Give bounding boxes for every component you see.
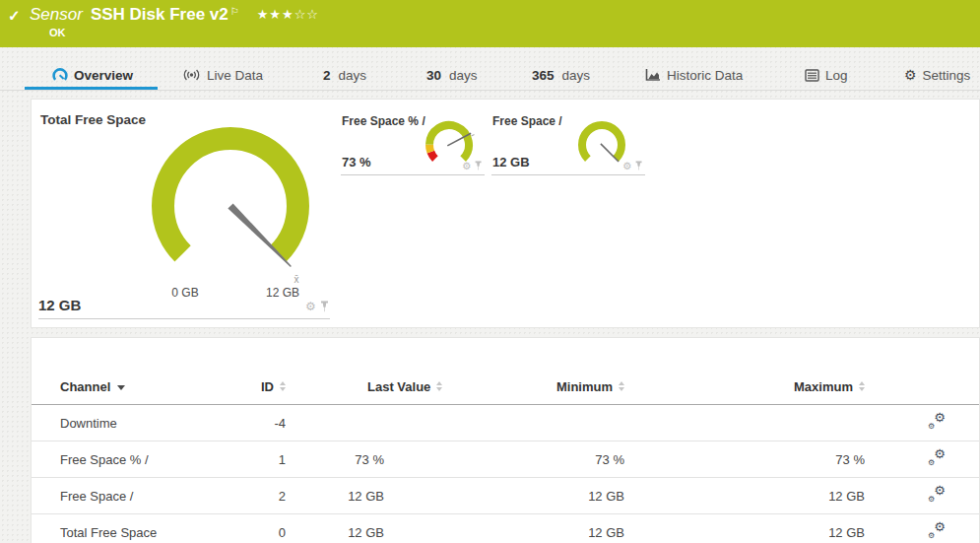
main-gauge-actions: ⚙ (305, 301, 329, 312)
prtg-sensor-page: ✓ Sensor SSH Disk Free v2 ⚐ ★★★☆☆ OK Ove… (0, 0, 980, 543)
gear-icon: ⚙ (928, 532, 935, 540)
channel-last-value: 12 GB (286, 478, 384, 514)
tab-30-days-number: 30 (426, 68, 441, 83)
pin-icon[interactable] (320, 301, 329, 312)
broadcast-icon (182, 68, 201, 82)
channel-last-value: 12 GB (286, 514, 384, 543)
channel-last-value (286, 405, 384, 441)
channel-name: Free Space / (32, 478, 227, 514)
tab-settings[interactable]: ⚙ Settings (904, 65, 970, 85)
tab-log[interactable]: Log (805, 65, 848, 85)
gauge-settings-gear-icon[interactable]: ⚙ (622, 161, 631, 170)
sort-arrows-icon (859, 381, 865, 391)
pin-icon[interactable] (475, 161, 483, 170)
channel-id: -4 (227, 405, 286, 441)
tab-365-days-label: days (562, 68, 591, 83)
gauge-settings-gear-icon[interactable]: ⚙ (462, 161, 471, 170)
channel-id: 1 (227, 441, 286, 478)
tab-365-days[interactable]: 365 days (532, 65, 590, 85)
gauge-free-space-actions: ⚙ (622, 161, 642, 170)
column-header-last-value-label: Last Value (367, 379, 430, 394)
tab-2-days[interactable]: 2 days (323, 65, 366, 85)
gauge-settings-gear-icon[interactable]: ⚙ (305, 301, 316, 312)
sensor-kind-label: Sensor (30, 5, 83, 25)
tab-live-data-label: Live Data (207, 68, 263, 83)
channel-maximum: 12 GB (624, 478, 865, 514)
priority-stars[interactable]: ★★★☆☆ (257, 7, 319, 22)
tab-live-data[interactable]: Live Data (182, 65, 263, 85)
tab-30-days[interactable]: 30 days (426, 65, 478, 85)
sensor-title: SSH Disk Free v2 (91, 5, 229, 25)
stars-filled: ★★★ (257, 7, 294, 22)
gauge-free-space-title: Free Space / (492, 114, 562, 128)
main-gauge-title: Total Free Space (40, 112, 146, 127)
table-row-total-free-space: Total Free Space 0 12 GB 12 GB 12 GB ⚙⚙ (32, 514, 979, 543)
channel-minimum (384, 405, 624, 441)
tab-settings-label: Settings (923, 68, 971, 83)
sort-arrows-icon (436, 381, 442, 391)
channels-table: Channel ID Last Value Minimum Maximum Do… (32, 367, 979, 543)
tab-overview[interactable]: Overview (52, 65, 133, 85)
channel-maximum: 12 GB (624, 514, 865, 543)
table-row-free-space: Free Space / 2 12 GB 12 GB 12 GB ⚙⚙ (32, 478, 979, 514)
gauge-free-space-value: 12 GB (492, 155, 530, 170)
tab-bar: Overview Live Data 2 days 30 days 365 da… (0, 47, 980, 91)
channels-panel: Channel ID Last Value Minimum Maximum Do… (31, 337, 980, 543)
gear-icon: ⚙ (934, 520, 946, 533)
gauge-free-space-pct-value: 73 % (342, 155, 371, 170)
gauge-divider (341, 174, 485, 175)
pin-icon[interactable] (635, 161, 643, 170)
gauge-scale-min: 0 GB (171, 286, 198, 300)
table-row-downtime: Downtime -4 ⚙⚙ (32, 405, 979, 441)
gauge-divider (38, 318, 330, 319)
channel-settings-icon[interactable]: ⚙⚙ (928, 523, 946, 538)
column-header-maximum[interactable]: Maximum (624, 367, 865, 405)
sensor-header: ✓ Sensor SSH Disk Free v2 ⚐ ★★★☆☆ OK (0, 0, 980, 47)
channel-id: 0 (227, 514, 286, 543)
tab-2-days-label: days (339, 68, 367, 83)
gear-icon: ⚙ (934, 411, 946, 424)
column-header-actions (865, 367, 979, 405)
total-free-space-gauge[interactable]: x̄ 0 GB 12 GB (142, 117, 324, 305)
channel-minimum: 73 % (384, 441, 624, 478)
channel-settings-icon[interactable]: ⚙⚙ (928, 450, 946, 465)
channel-maximum: 73 % (624, 441, 865, 478)
gauge-divider (491, 174, 645, 175)
table-header-row: Channel ID Last Value Minimum Maximum (32, 367, 979, 405)
column-header-channel[interactable]: Channel (32, 367, 227, 405)
column-header-id[interactable]: ID (227, 367, 286, 405)
sensor-title-line: Sensor SSH Disk Free v2 ⚐ ★★★☆☆ (30, 5, 319, 25)
status-ok-check-icon: ✓ (8, 7, 21, 25)
gear-icon: ⚙ (904, 68, 917, 82)
flag-icon[interactable]: ⚐ (230, 6, 239, 17)
sensor-status-badge: OK (49, 27, 66, 38)
free-space-gauge[interactable] (574, 119, 629, 174)
column-header-last-value[interactable]: Last Value (286, 367, 384, 405)
gauge-free-space-pct-title: Free Space % / (342, 114, 425, 128)
gauges-panel: Total Free Space x̄ 0 GB 12 GB 12 GB ⚙ F… (31, 99, 980, 328)
gear-icon: ⚙ (928, 496, 935, 504)
channel-name: Free Space % / (32, 441, 227, 478)
channel-id: 2 (227, 478, 286, 514)
tab-overview-label: Overview (74, 68, 133, 83)
log-list-icon (805, 69, 819, 82)
tab-bar-divider (0, 90, 980, 91)
sort-arrows-icon (280, 381, 286, 391)
gear-icon: ⚙ (934, 447, 946, 460)
stars-empty: ☆☆ (294, 7, 319, 22)
channel-settings-icon[interactable]: ⚙⚙ (928, 487, 946, 502)
gear-icon: ⚙ (934, 484, 946, 497)
tab-log-label: Log (825, 68, 848, 83)
channel-settings-icon[interactable]: ⚙⚙ (928, 414, 946, 429)
gauge-free-space-pct-actions: ⚙ (462, 161, 482, 170)
channel-name: Downtime (32, 405, 227, 441)
average-marker: x̄ (294, 274, 299, 285)
channel-minimum: 12 GB (384, 514, 624, 543)
column-header-minimum-label: Minimum (556, 379, 613, 394)
gauge-icon (52, 67, 68, 83)
gauge-scale-max: 12 GB (266, 286, 299, 300)
tab-365-days-number: 365 (532, 68, 555, 83)
channel-name: Total Free Space (32, 514, 227, 543)
column-header-channel-label: Channel (60, 379, 110, 394)
tab-historic-data[interactable]: Historic Data (645, 65, 743, 85)
